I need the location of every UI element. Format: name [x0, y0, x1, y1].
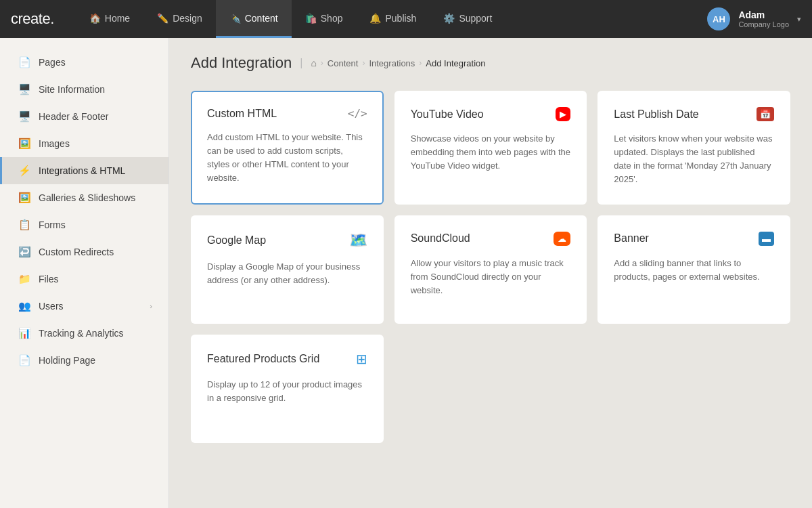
nav-design[interactable]: ✏️ Design: [143, 0, 216, 38]
breadcrumb-add-integration: Add Integration: [426, 58, 485, 68]
publish-nav-icon: 🔔: [369, 13, 381, 24]
sidebar-item-site-information[interactable]: 🖥️ Site Information: [0, 76, 168, 103]
user-chevron-icon[interactable]: ▾: [797, 15, 801, 24]
sidebar-item-header-footer[interactable]: 🖥️ Header & Footer: [0, 103, 168, 130]
nav-shop[interactable]: 🛍️ Shop: [292, 0, 357, 38]
google-map-desc: Display a Google Map of your business ad…: [207, 260, 367, 287]
main-content: Add Integration | ⌂ › Content › Integrat…: [169, 38, 812, 508]
users-chevron-icon: ›: [150, 302, 152, 310]
featured-products-grid-title: Featured Products Grid: [207, 353, 319, 365]
nav-content[interactable]: ✒️ Content: [216, 0, 292, 38]
nav-home[interactable]: 🏠 Home: [76, 0, 143, 38]
integration-card-youtube[interactable]: YouTube Video ▶ Showcase videos on your …: [394, 91, 587, 205]
soundcloud-title: SoundCloud: [411, 232, 470, 245]
calendar-icon: 📅: [757, 107, 774, 121]
site-info-icon: 🖥️: [18, 83, 30, 96]
youtube-header: YouTube Video ▶: [411, 107, 571, 121]
banner-header: Banner ▬: [614, 232, 774, 246]
soundcloud-icon: ☁: [554, 232, 570, 246]
pages-icon: 📄: [18, 56, 30, 68]
home-nav-icon: 🏠: [89, 13, 101, 24]
top-navigation: create. 🏠 Home ✏️ Design ✒️ Content 🛍️ S…: [0, 0, 812, 38]
logo[interactable]: create.: [11, 10, 54, 28]
avatar[interactable]: AH: [707, 7, 730, 30]
integration-card-soundcloud[interactable]: SoundCloud ☁ Allow your visitors to play…: [394, 215, 587, 324]
featured-products-grid-desc: Display up to 12 of your product images …: [207, 378, 367, 405]
custom-html-header: Custom HTML </>: [207, 107, 367, 120]
banner-icon: ▬: [759, 232, 774, 246]
sidebar-item-holding-page[interactable]: 📄 Holding Page: [0, 347, 168, 374]
user-info: Adam Company Logo: [738, 9, 789, 28]
images-icon: 🖼️: [18, 137, 30, 150]
user-company: Company Logo: [738, 20, 789, 28]
tracking-icon: 📊: [18, 327, 30, 339]
files-icon: 📁: [18, 273, 30, 285]
nav-support[interactable]: ⚙️ Support: [430, 0, 505, 38]
breadcrumb: ⌂ › Content › Integrations › Add Integra…: [311, 58, 485, 68]
page-title: Add Integration: [191, 54, 292, 72]
integration-grid: Custom HTML </> Add custom HTML to your …: [191, 91, 790, 443]
sidebar-item-forms[interactable]: 📋 Forms: [0, 211, 168, 238]
youtube-desc: Showcase videos on your website by embed…: [411, 132, 571, 173]
layout: 📄 Pages 🖥️ Site Information 🖥️ Header & …: [0, 0, 812, 508]
header-footer-icon: 🖥️: [18, 110, 30, 123]
last-publish-date-desc: Let visitors know when your website was …: [614, 132, 774, 187]
breadcrumb-divider-3: ›: [419, 58, 422, 68]
custom-html-title: Custom HTML: [207, 108, 277, 120]
header-separator: |: [300, 57, 302, 69]
nav-publish[interactable]: 🔔 Publish: [356, 0, 430, 38]
custom-redirects-icon: ↩️: [18, 246, 30, 258]
featured-products-grid-icon: ⊞: [356, 351, 367, 367]
sidebar-item-custom-redirects[interactable]: ↩️ Custom Redirects: [0, 238, 168, 266]
integration-card-google-map[interactable]: Google Map 🗺️ Display a Google Map of yo…: [191, 215, 384, 324]
youtube-icon: ▶: [556, 107, 570, 121]
breadcrumb-home-icon[interactable]: ⌂: [311, 58, 316, 68]
breadcrumb-divider-1: ›: [321, 58, 323, 68]
integration-card-featured-products-grid[interactable]: Featured Products Grid ⊞ Display up to 1…: [191, 335, 384, 443]
support-nav-icon: ⚙️: [443, 13, 455, 24]
breadcrumb-integrations[interactable]: Integrations: [369, 58, 415, 68]
soundcloud-header: SoundCloud ☁: [411, 232, 571, 246]
integrations-icon: ⚡: [18, 165, 30, 177]
sidebar: 📄 Pages 🖥️ Site Information 🖥️ Header & …: [0, 38, 169, 508]
user-name: Adam: [738, 9, 789, 20]
sidebar-item-pages[interactable]: 📄 Pages: [0, 49, 168, 76]
last-publish-date-header: Last Publish Date 📅: [614, 107, 774, 121]
page-header: Add Integration | ⌂ › Content › Integrat…: [191, 54, 790, 72]
integration-card-last-publish-date[interactable]: Last Publish Date 📅 Let visitors know wh…: [597, 91, 790, 205]
banner-title: Banner: [614, 232, 649, 245]
last-publish-date-title: Last Publish Date: [614, 108, 698, 121]
holding-page-icon: 📄: [18, 354, 30, 366]
google-map-title: Google Map: [207, 234, 266, 247]
integration-card-banner[interactable]: Banner ▬ Add a sliding banner that links…: [597, 215, 790, 324]
nav-items: 🏠 Home ✏️ Design ✒️ Content 🛍️ Shop 🔔 Pu…: [76, 0, 708, 38]
youtube-title: YouTube Video: [411, 108, 484, 121]
breadcrumb-divider-2: ›: [362, 58, 365, 68]
soundcloud-desc: Allow your visitors to play a music trac…: [411, 257, 571, 297]
sidebar-item-images[interactable]: 🖼️ Images: [0, 130, 168, 157]
nav-right: AH Adam Company Logo ▾: [707, 7, 801, 30]
shop-nav-icon: 🛍️: [305, 13, 317, 24]
forms-icon: 📋: [18, 219, 30, 231]
galleries-icon: 🖼️: [18, 192, 30, 204]
custom-html-desc: Add custom HTML to your website. This ca…: [207, 131, 367, 186]
sidebar-item-tracking-analytics[interactable]: 📊 Tracking & Analytics: [0, 320, 168, 347]
featured-products-grid-header: Featured Products Grid ⊞: [207, 351, 367, 367]
sidebar-item-files[interactable]: 📁 Files: [0, 266, 168, 293]
banner-desc: Add a sliding banner that links to produ…: [614, 257, 774, 284]
breadcrumb-content[interactable]: Content: [328, 58, 359, 68]
custom-html-icon: </>: [348, 107, 367, 120]
users-icon: 👥: [18, 300, 30, 312]
sidebar-item-users[interactable]: 👥 Users ›: [0, 293, 168, 320]
google-map-header: Google Map 🗺️: [207, 232, 367, 249]
sidebar-item-galleries-slideshows[interactable]: 🖼️ Galleries & Slideshows: [0, 184, 168, 211]
integration-card-custom-html[interactable]: Custom HTML </> Add custom HTML to your …: [191, 91, 384, 205]
content-nav-icon: ✒️: [229, 13, 241, 24]
design-nav-icon: ✏️: [157, 13, 168, 24]
sidebar-item-integrations-html[interactable]: ⚡ Integrations & HTML: [0, 157, 168, 184]
google-map-icon: 🗺️: [349, 232, 367, 249]
